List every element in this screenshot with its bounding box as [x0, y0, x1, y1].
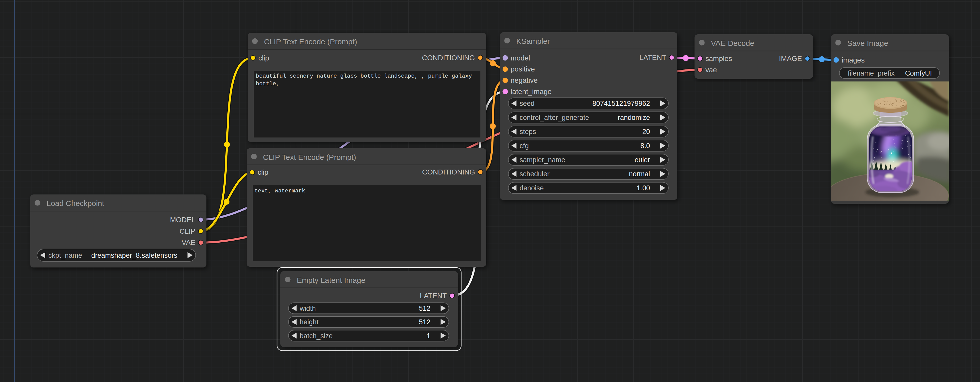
svg-text:8.0: 8.0	[640, 142, 650, 150]
svg-text:control_after_generate: control_after_generate	[520, 114, 589, 121]
svg-text:negative: negative	[511, 76, 538, 84]
svg-text:ckpt_name: ckpt_name	[48, 252, 82, 259]
svg-text:LATENT: LATENT	[420, 292, 447, 300]
svg-text:KSampler: KSampler	[516, 37, 550, 45]
svg-text:height: height	[300, 318, 319, 326]
svg-text:1.00: 1.00	[636, 184, 650, 192]
svg-text:VAE Decode: VAE Decode	[711, 39, 754, 47]
svg-text:CONDITIONING: CONDITIONING	[422, 54, 475, 62]
svg-text:Empty Latent Image: Empty Latent Image	[297, 276, 365, 285]
svg-text:images: images	[842, 56, 865, 64]
svg-text:samples: samples	[706, 54, 732, 62]
svg-text:512: 512	[419, 305, 430, 312]
svg-text:512: 512	[419, 318, 430, 326]
svg-text:width: width	[299, 305, 316, 312]
svg-text:beautiful scenery nature glass: beautiful scenery nature glass bottle la…	[256, 73, 472, 80]
svg-text:ComfyUI: ComfyUI	[905, 69, 932, 77]
svg-text:clip: clip	[258, 54, 269, 62]
svg-text:sampler_name: sampler_name	[520, 156, 565, 164]
svg-text:steps: steps	[520, 128, 536, 136]
svg-text:seed: seed	[520, 100, 535, 107]
svg-text:latent_image: latent_image	[511, 88, 552, 96]
svg-text:euler: euler	[635, 156, 650, 164]
svg-text:1: 1	[426, 332, 430, 340]
svg-text:VAE: VAE	[181, 238, 196, 246]
svg-text:bottle,: bottle,	[256, 81, 279, 87]
svg-text:positive: positive	[511, 65, 535, 73]
svg-text:MODEL: MODEL	[170, 216, 196, 224]
svg-text:IMAGE: IMAGE	[779, 54, 802, 62]
svg-text:normal: normal	[629, 170, 650, 178]
svg-text:cfg: cfg	[520, 142, 529, 150]
svg-text:scheduler: scheduler	[520, 170, 549, 178]
svg-text:text, watermark: text, watermark	[255, 188, 305, 194]
svg-text:vae: vae	[706, 66, 717, 74]
svg-text:dreamshaper_8.safetensors: dreamshaper_8.safetensors	[91, 252, 177, 259]
svg-text:filename_prefix: filename_prefix	[848, 69, 895, 77]
svg-text:LATENT: LATENT	[640, 54, 667, 61]
svg-text:denoise: denoise	[520, 184, 544, 192]
svg-text:batch_size: batch_size	[300, 332, 333, 340]
svg-text:CLIP Text Encode (Prompt): CLIP Text Encode (Prompt)	[263, 153, 356, 161]
svg-text:model: model	[511, 54, 530, 62]
svg-text:CLIP: CLIP	[180, 227, 196, 235]
svg-text:CONDITIONING: CONDITIONING	[422, 168, 475, 176]
svg-text:807415121979962: 807415121979962	[592, 100, 650, 107]
svg-text:CLIP Text Encode (Prompt): CLIP Text Encode (Prompt)	[264, 37, 357, 46]
svg-text:randomize: randomize	[618, 114, 650, 121]
svg-text:clip: clip	[258, 168, 268, 176]
svg-text:20: 20	[642, 128, 650, 136]
svg-text:Save Image: Save Image	[847, 39, 888, 47]
svg-text:Load Checkpoint: Load Checkpoint	[46, 199, 104, 208]
